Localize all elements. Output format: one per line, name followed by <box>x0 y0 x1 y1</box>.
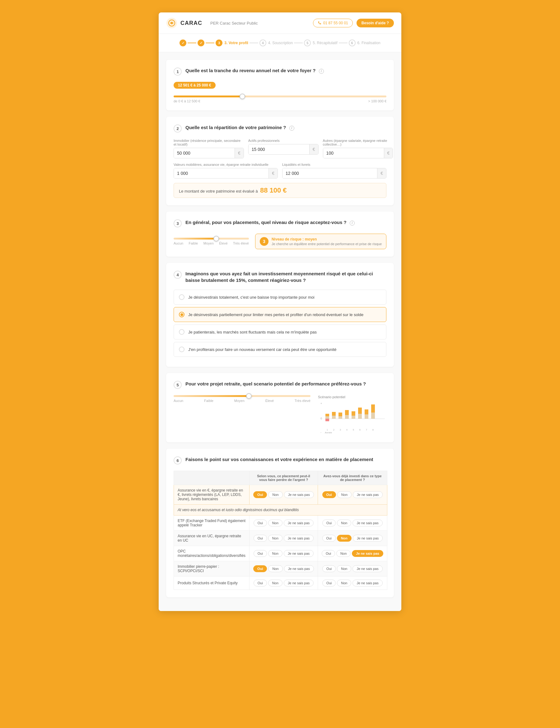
q4-option-3[interactable]: Je patienterais, les marchés sont fluctu… <box>174 324 386 339</box>
q3-slider-labels: Aucun Faible Moyen Élevé Très élevé <box>174 241 249 245</box>
row3-col1-non[interactable]: Non <box>268 535 282 542</box>
row2-col1-nesaispas[interactable]: Je ne sais pas <box>284 520 314 526</box>
question-3-card: 3 En général, pour vos placements, quel … <box>166 212 394 257</box>
row6-col1-nesaispas[interactable]: Je ne sais pas <box>284 580 314 586</box>
row4-col2-oui[interactable]: Oui <box>322 550 335 557</box>
step-4[interactable]: 4 4. Souscription <box>259 40 293 46</box>
q1-title-row: 1 Quelle est la tranche du revenu annuel… <box>174 67 386 76</box>
q1-range-min: de 0 € à 12 500 € <box>174 99 200 103</box>
row6-col2-oui[interactable]: Oui <box>322 580 336 586</box>
q3-slider-track[interactable] <box>174 238 249 240</box>
row6-col2-nesaispas[interactable]: Je ne sais pas <box>352 580 382 586</box>
row5-col1-non[interactable]: Non <box>268 565 282 572</box>
q2-valeurs-input-wrapper: € <box>174 168 278 179</box>
q4-option-1-circle <box>179 294 184 300</box>
row3-col2-oui[interactable]: Oui <box>322 535 336 542</box>
row1-col2-nesaispas[interactable]: Je ne sais pas <box>353 491 383 498</box>
step-3[interactable]: 3 3. Votre profil <box>216 40 248 46</box>
row5-col2-nesaispas[interactable]: Je ne sais pas <box>352 565 382 572</box>
svg-text:8: 8 <box>372 429 374 431</box>
svg-text:2: 2 <box>333 429 334 431</box>
row5-col1-nesaispas[interactable]: Je ne sais pas <box>284 565 314 572</box>
row1-col1-nesaispas[interactable]: Je ne sais pas <box>284 491 314 498</box>
q2-liquidites-input-wrapper: € <box>282 168 386 179</box>
q3-info-icon[interactable]: i <box>350 221 355 226</box>
q2-liquidites-input[interactable] <box>282 168 377 178</box>
q4-option-2-dot <box>180 313 183 316</box>
q4-option-4[interactable]: J'en profiterais pour faire un nouveau v… <box>174 342 386 357</box>
row2-col2-non[interactable]: Non <box>337 520 351 526</box>
row2-col1-oui[interactable]: Oui <box>254 520 267 526</box>
row3-col1-oui[interactable]: Oui <box>254 535 267 542</box>
q1-selected-range: 12 501 € à 25 000 € <box>174 82 216 89</box>
table-row-5: Immobilier pierre-papier : SCPI/OPCI/SCI… <box>174 561 387 576</box>
row5-col2-non[interactable]: Non <box>337 565 351 572</box>
row1-col2-btns: Oui Non Je ne sais pas <box>318 485 387 505</box>
q4-num: 4 <box>174 271 182 279</box>
row1-col1-group: Oui Non Je ne sais pas <box>253 491 314 498</box>
step-5[interactable]: 5 5. Récapitulatif <box>304 40 337 46</box>
row1-col2-non[interactable]: Non <box>337 491 352 498</box>
q3-label-eleve: Élevé <box>219 241 228 245</box>
q1-question: Quelle est la tranche du revenu annuel n… <box>185 67 324 74</box>
table-row-6: Produits Structurés et Private Equity Ou… <box>174 576 387 590</box>
q2-liquidites-label: Liquidités et livrets <box>282 163 386 166</box>
svg-rect-23 <box>371 413 375 419</box>
row6-col1-non[interactable]: Non <box>268 580 282 586</box>
q2-valeurs-input[interactable] <box>174 168 268 178</box>
row6-col1-oui[interactable]: Oui <box>254 580 267 586</box>
step-2[interactable]: ✓ <box>198 40 204 46</box>
row5-col2-group: Oui Non Je ne sais pas <box>322 565 383 572</box>
q3-title-row: 3 En général, pour vos placements, quel … <box>174 219 386 227</box>
q2-immobilier-input[interactable] <box>174 148 235 158</box>
row4-col2-non[interactable]: Non <box>336 550 351 557</box>
row2-col2-nesaispas[interactable]: Je ne sais pas <box>352 520 382 526</box>
svg-text:3: 3 <box>340 429 341 431</box>
row3-col2-nesaispas[interactable]: Je ne sais pas <box>353 535 383 542</box>
q2-form-row2: Valeurs mobilières, assurance vie, éparg… <box>174 163 386 179</box>
help-button[interactable]: Besoin d'aide ? <box>357 19 394 27</box>
phone-button[interactable]: 01 87 55 00 01 <box>313 19 353 27</box>
q5-slider-track[interactable] <box>174 395 310 397</box>
row4-col1-oui[interactable]: Oui <box>254 550 267 557</box>
row1-col2-group: Oui Non Je ne sais pas <box>322 491 383 498</box>
question-4-card: 4 Imaginons que vous ayez fait un invest… <box>166 263 394 367</box>
q4-option-2[interactable]: Je désinvestirais partiellement pour lim… <box>174 307 386 322</box>
step-5-label: 5. Récapitulatif <box>313 41 337 45</box>
row1-col1-non[interactable]: Non <box>268 491 282 498</box>
row5-product: Immobilier pierre-papier : SCPI/OPCI/SCI <box>174 561 250 576</box>
row1-product: Assurance vie en €, épargne retraite en … <box>174 485 250 505</box>
q2-autres-input[interactable] <box>323 148 384 158</box>
q5-label-moyen: Moyen <box>234 399 245 403</box>
step-6[interactable]: 6 6. Finalisation <box>349 40 380 46</box>
row3-col1-nesaispas[interactable]: Je ne sais pas <box>284 535 314 542</box>
q5-label-faible: Faible <box>204 399 213 403</box>
q2-actifs-input[interactable] <box>249 144 309 154</box>
q1-num: 1 <box>174 68 182 76</box>
row1-col2-oui[interactable]: Oui <box>322 491 336 498</box>
svg-text:Année: Année <box>325 431 332 434</box>
row5-col1-oui[interactable]: Oui <box>253 565 267 572</box>
row1-col1-oui[interactable]: Oui <box>253 491 267 498</box>
row5-col2-oui[interactable]: Oui <box>322 565 336 572</box>
table-row-1-note: At vero eos et accusamus et iusto odio d… <box>174 505 387 516</box>
svg-rect-9 <box>325 419 329 421</box>
q1-slider[interactable] <box>174 96 386 97</box>
q1-info-icon[interactable]: i <box>319 69 324 74</box>
q2-total-box: Le montant de votre patrimoine est évalu… <box>174 183 386 198</box>
q4-option-1[interactable]: Je désinvestirais totalement, c'est une … <box>174 290 386 305</box>
row4-col2-nesaispas[interactable]: Je ne sais pas <box>352 550 383 557</box>
row4-col1-non[interactable]: Non <box>268 550 282 557</box>
row3-col2-non[interactable]: Non <box>337 535 352 542</box>
row2-col2-oui[interactable]: Oui <box>322 520 336 526</box>
q4-option-3-text: Je patienterais, les marchés sont fluctu… <box>188 330 317 334</box>
carac-logo-icon <box>166 17 177 29</box>
row6-col2-non[interactable]: Non <box>337 580 351 586</box>
q2-info-icon[interactable]: i <box>289 126 294 131</box>
q4-title-row: 4 Imaginons que vous ayez fait un invest… <box>174 270 386 283</box>
q3-question: En général, pour vos placements, quel ni… <box>185 219 355 226</box>
row4-col1-nesaispas[interactable]: Je ne sais pas <box>284 550 314 557</box>
row2-col1-non[interactable]: Non <box>268 520 282 526</box>
step-1[interactable]: ✓ <box>180 40 186 46</box>
q3-risk-desc: Je cherche un équilibre entre potentiel … <box>272 242 382 246</box>
